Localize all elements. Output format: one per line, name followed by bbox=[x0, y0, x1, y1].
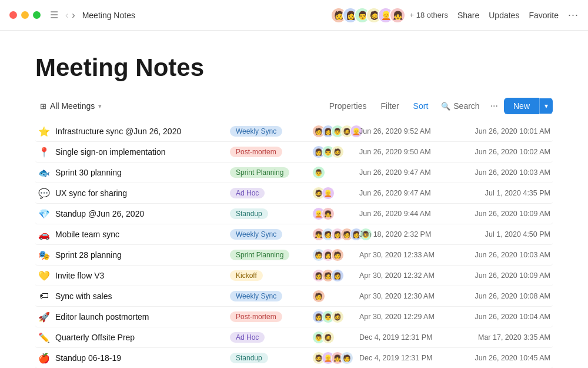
row-edited-date: Jul 1, 2020 4:50 PM bbox=[453, 230, 550, 238]
row-avatars: 👩🧑👩 bbox=[312, 269, 344, 282]
row-avatars: 👨🧔 bbox=[312, 331, 335, 344]
title-right-actions: 🧑 👩 👨 🧔 👱 👧 + 18 others Share Updates Fa… bbox=[330, 7, 579, 24]
sort-button[interactable]: Sort bbox=[407, 98, 435, 114]
tag-badge: Standup bbox=[230, 208, 268, 219]
row-avatar: 👱 bbox=[322, 187, 335, 200]
tag-badge: Ad Hoc bbox=[230, 332, 265, 343]
row-created-date: Dec 4, 2019 12:31 PM bbox=[359, 354, 453, 362]
search-button[interactable]: 🔍 Search bbox=[436, 98, 484, 114]
row-title-col: 🚀 Editor launch postmortem bbox=[38, 311, 230, 323]
row-avatar: 🧔 bbox=[331, 310, 344, 323]
row-avatars: 👩👨🧔 bbox=[312, 145, 344, 158]
row-title-col: 🐟 Sprint 30 planning bbox=[38, 167, 230, 178]
row-emoji: 🚗 bbox=[38, 229, 51, 240]
properties-button[interactable]: Properties bbox=[323, 98, 373, 114]
row-tag-col: Kickoff bbox=[230, 270, 312, 281]
collaborators-group[interactable]: 🧑 👩 👨 🧔 👱 👧 + 18 others bbox=[330, 7, 447, 24]
row-edited-date: Jul 1, 2020 4:35 PM bbox=[453, 189, 550, 197]
row-avatars-col: 👨 bbox=[312, 166, 359, 179]
row-title-col: 📍 Single sign-on implementation bbox=[38, 147, 230, 158]
row-tag-col: Sprint Planning bbox=[230, 167, 312, 178]
new-button[interactable]: New bbox=[504, 98, 539, 114]
view-label: All Meetings bbox=[50, 101, 95, 111]
row-avatars-col: 👧🧑👩🧑👩👨 bbox=[312, 228, 359, 241]
meeting-row[interactable]: 📍 Single sign-on implementation Post-mor… bbox=[35, 142, 553, 163]
meeting-row[interactable]: 🍎 Standup 06-18-19 Standup 🧔👱👧🧑 Dec 4, 2… bbox=[35, 348, 553, 368]
meeting-row[interactable]: 💛 Invite flow V3 Kickoff 👩🧑👩 Apr 30, 202… bbox=[35, 266, 553, 286]
row-edited-date: Jun 26, 2020 10:02 AM bbox=[453, 148, 550, 156]
row-avatars-col: 👱👧 bbox=[312, 207, 359, 220]
meeting-row[interactable]: 🐟 Sprint 30 planning Sprint Planning 👨 J… bbox=[35, 163, 553, 183]
row-edited-date: Jun 26, 2020 10:08 AM bbox=[453, 292, 550, 300]
tag-badge: Weekly Sync bbox=[230, 291, 282, 301]
share-button[interactable]: Share bbox=[457, 11, 479, 20]
meeting-row[interactable]: 🎭 Sprint 28 planning Sprint Planning 🧑👩🧑… bbox=[35, 245, 553, 266]
row-created-date: Apr 30, 2020 12:32 AM bbox=[359, 271, 453, 280]
meeting-row[interactable]: ⭐ Infrastructure sync @Jun 26, 2020 Week… bbox=[35, 121, 553, 142]
row-name: Editor launch postmortem bbox=[55, 312, 149, 321]
row-name: Infrastructure sync @Jun 26, 2020 bbox=[55, 127, 181, 136]
row-name: Quarterly Offsite Prep bbox=[55, 333, 135, 342]
row-tag-col: Weekly Sync bbox=[230, 229, 312, 240]
row-avatar: 👨 bbox=[312, 166, 325, 179]
back-arrow-icon[interactable]: ‹ bbox=[65, 10, 68, 21]
row-title-col: 🚗 Mobile team sync bbox=[38, 229, 230, 240]
row-emoji: ✏️ bbox=[38, 332, 51, 343]
new-chevron-button[interactable]: ▾ bbox=[539, 98, 553, 114]
row-tag-col: Sprint Planning bbox=[230, 250, 312, 260]
row-avatars-col: 👨🧔 bbox=[312, 331, 359, 344]
favorite-button[interactable]: Favorite bbox=[529, 11, 559, 20]
more-toolbar-icon[interactable]: ··· bbox=[487, 98, 502, 114]
meeting-row[interactable]: 🚗 Mobile team sync Weekly Sync 👧🧑👩🧑👩👨 Ju… bbox=[35, 224, 553, 245]
row-title-col: 🍎 Standup 06-18-19 bbox=[38, 353, 230, 364]
hamburger-icon[interactable]: ☰ bbox=[50, 9, 58, 21]
row-title-col: ✏️ Quarterly Offsite Prep bbox=[38, 332, 230, 343]
minimize-button[interactable] bbox=[21, 11, 29, 19]
row-created-date: Jun 26, 2020 9:47 AM bbox=[359, 189, 453, 197]
row-avatars-col: 🧑👩🧑 bbox=[312, 248, 359, 261]
row-tag-col: Weekly Sync bbox=[230, 291, 312, 301]
avatar: 👧 bbox=[389, 7, 406, 24]
meeting-row[interactable]: 🚀 Editor launch postmortem Post-mortem 👩… bbox=[35, 307, 553, 327]
meeting-row[interactable]: 💬 UX sync for sharing Ad Hoc 🧔👱 Jun 26, … bbox=[35, 183, 553, 204]
row-created-date: Dec 4, 2019 12:31 PM bbox=[359, 333, 453, 342]
row-tag-col: Standup bbox=[230, 208, 312, 219]
row-name: Invite flow V3 bbox=[55, 271, 104, 280]
tag-badge: Kickoff bbox=[230, 270, 263, 281]
row-avatars: 🧔👱 bbox=[312, 187, 335, 200]
meeting-row[interactable]: 🏷 Sync with sales Weekly Sync 🧑 Apr 30, … bbox=[35, 286, 553, 307]
chevron-down-icon: ▾ bbox=[98, 102, 102, 110]
row-avatars: 🧑👩👨🧔👱 bbox=[312, 125, 363, 138]
meeting-row[interactable]: ✏️ Quarterly Offsite Prep Ad Hoc 👨🧔 Dec … bbox=[35, 327, 553, 348]
page-heading: Meeting Notes bbox=[35, 54, 553, 81]
row-title-col: 🎭 Sprint 28 planning bbox=[38, 250, 230, 261]
row-name: Standup 06-18-19 bbox=[55, 353, 121, 363]
updates-button[interactable]: Updates bbox=[489, 11, 519, 20]
more-options-icon[interactable]: ··· bbox=[568, 9, 579, 21]
others-count: + 18 others bbox=[409, 11, 447, 19]
close-button[interactable] bbox=[9, 11, 17, 19]
row-title-col: 💛 Invite flow V3 bbox=[38, 270, 230, 281]
meeting-row[interactable]: 💎 Standup @Jun 26, 2020 Standup 👱👧 Jun 2… bbox=[35, 204, 553, 224]
filter-button[interactable]: Filter bbox=[375, 98, 405, 114]
row-edited-date: Jun 26, 2020 10:09 AM bbox=[453, 210, 550, 218]
table-icon: ⊞ bbox=[40, 102, 46, 111]
row-avatars: 🧑👩🧑 bbox=[312, 248, 344, 261]
row-created-date: Apr 30, 2020 12:29 AM bbox=[359, 313, 453, 321]
forward-arrow-icon[interactable]: › bbox=[72, 10, 75, 21]
row-avatars: 🧑 bbox=[312, 290, 325, 303]
maximize-button[interactable] bbox=[33, 11, 41, 19]
row-name: Sprint 30 planning bbox=[55, 168, 122, 177]
tag-badge: Standup bbox=[230, 353, 268, 363]
row-avatars-col: 👩👨🧔 bbox=[312, 310, 359, 323]
traffic-lights bbox=[9, 11, 41, 19]
row-emoji: 💬 bbox=[38, 188, 51, 199]
avatar-stack: 🧑 👩 👨 🧔 👱 👧 bbox=[330, 7, 406, 24]
row-avatar: 👩 bbox=[331, 269, 344, 282]
row-name: UX sync for sharing bbox=[55, 188, 127, 198]
row-created-date: Jun 26, 2020 9:47 AM bbox=[359, 168, 453, 177]
view-selector-button[interactable]: ⊞ All Meetings ▾ bbox=[35, 99, 106, 113]
row-name: Sprint 28 planning bbox=[55, 250, 122, 260]
meeting-list: ⭐ Infrastructure sync @Jun 26, 2020 Week… bbox=[35, 121, 553, 368]
tag-badge: Ad Hoc bbox=[230, 188, 265, 198]
